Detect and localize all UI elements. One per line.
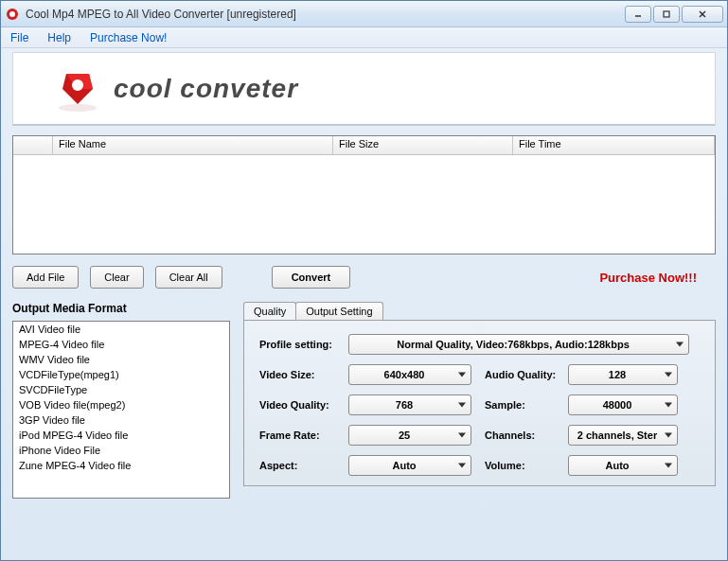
format-title: Output Media Format bbox=[12, 302, 230, 315]
format-item[interactable]: 3GP Video file bbox=[13, 412, 229, 428]
video-quality-combo[interactable]: 768 bbox=[348, 394, 471, 415]
quality-tab-body: Profile setting: Normal Quality, Video:7… bbox=[243, 320, 716, 486]
frame-rate-label: Frame Rate: bbox=[259, 430, 348, 441]
minimize-button[interactable] bbox=[625, 6, 651, 23]
clear-all-button[interactable]: Clear All bbox=[155, 266, 222, 289]
format-item[interactable]: MPEG-4 Video file bbox=[13, 337, 229, 352]
tabs: Quality Output Setting bbox=[243, 302, 716, 320]
col-filename[interactable]: File Name bbox=[53, 136, 333, 154]
video-size-row: Video Size: 640x480 Audio Quality: 128 bbox=[259, 364, 700, 385]
svg-point-7 bbox=[72, 79, 83, 91]
audio-quality-combo[interactable]: 128 bbox=[568, 364, 678, 385]
channels-label: Channels: bbox=[485, 430, 568, 441]
format-item[interactable]: AVI Video file bbox=[13, 322, 229, 337]
logo-area: cool conveter bbox=[12, 52, 716, 126]
profile-combo[interactable]: Normal Quality, Video:768kbps, Audio:128… bbox=[348, 334, 689, 355]
video-quality-label: Video Quality: bbox=[259, 399, 348, 411]
maximize-button[interactable] bbox=[653, 6, 680, 23]
col-filetime[interactable]: File Time bbox=[513, 136, 715, 154]
video-size-label: Video Size: bbox=[259, 369, 348, 380]
svg-point-1 bbox=[9, 11, 15, 17]
svg-point-6 bbox=[59, 104, 97, 112]
clear-button[interactable]: Clear bbox=[90, 266, 143, 289]
channels-combo[interactable]: 2 channels, Ster bbox=[568, 425, 678, 446]
convert-button[interactable]: Convert bbox=[272, 266, 351, 289]
col-filesize[interactable]: File Size bbox=[333, 136, 513, 154]
video-quality-row: Video Quality: 768 Sample: 48000 bbox=[259, 394, 700, 415]
window-title: Cool Mp4 MPEG to All Video Converter [un… bbox=[26, 8, 625, 21]
close-button[interactable] bbox=[682, 6, 723, 23]
logo-text: cool conveter bbox=[114, 74, 298, 104]
format-list[interactable]: AVI Video file MPEG-4 Video file WMV Vid… bbox=[12, 321, 230, 499]
sample-label: Sample: bbox=[485, 399, 568, 411]
profile-row: Profile setting: Normal Quality, Video:7… bbox=[259, 334, 700, 355]
menu-file[interactable]: File bbox=[7, 29, 32, 46]
action-row: Add File Clear Clear All Convert Purchas… bbox=[12, 266, 716, 289]
svg-rect-3 bbox=[664, 11, 669, 17]
frame-rate-row: Frame Rate: 25 Channels: 2 channels, Ste… bbox=[259, 425, 700, 446]
file-table-header: File Name File Size File Time bbox=[13, 136, 715, 155]
aspect-combo[interactable]: Auto bbox=[348, 455, 471, 476]
content-area: cool conveter File Name File Size File T… bbox=[1, 48, 727, 560]
format-item[interactable]: SVCDFileType bbox=[13, 382, 229, 397]
format-item[interactable]: VOB Video file(mpeg2) bbox=[13, 397, 229, 412]
logo-icon bbox=[53, 64, 102, 114]
format-item[interactable]: WMV Video file bbox=[13, 352, 229, 367]
purchase-link[interactable]: Purchase Now!!! bbox=[599, 271, 697, 285]
format-item[interactable]: Zune MPEG-4 Video file bbox=[13, 458, 229, 473]
volume-combo[interactable]: Auto bbox=[568, 455, 678, 476]
audio-quality-label: Audio Quality: bbox=[485, 369, 568, 380]
frame-rate-combo[interactable]: 25 bbox=[348, 425, 471, 446]
volume-label: Volume: bbox=[485, 460, 568, 471]
app-window: Cool Mp4 MPEG to All Video Converter [un… bbox=[0, 0, 728, 561]
video-size-combo[interactable]: 640x480 bbox=[348, 364, 471, 385]
menu-purchase[interactable]: Purchase Now! bbox=[86, 29, 170, 46]
menubar: File Help Purchase Now! bbox=[1, 27, 727, 48]
file-table: File Name File Size File Time bbox=[12, 135, 716, 254]
sample-combo[interactable]: 48000 bbox=[568, 394, 678, 415]
lower-panels: Output Media Format AVI Video file MPEG-… bbox=[12, 302, 716, 549]
tab-quality[interactable]: Quality bbox=[243, 302, 296, 320]
format-panel: Output Media Format AVI Video file MPEG-… bbox=[12, 302, 230, 549]
format-item[interactable]: iPod MPEG-4 Video file bbox=[13, 428, 229, 443]
profile-label: Profile setting: bbox=[259, 339, 348, 350]
app-icon bbox=[5, 7, 20, 22]
add-file-button[interactable]: Add File bbox=[12, 266, 79, 289]
file-table-body[interactable] bbox=[13, 155, 715, 254]
menu-help[interactable]: Help bbox=[44, 29, 75, 46]
aspect-row: Aspect: Auto Volume: Auto bbox=[259, 455, 700, 476]
format-item[interactable]: VCDFileType(mpeg1) bbox=[13, 367, 229, 382]
settings-panel: Quality Output Setting Profile setting: … bbox=[243, 302, 716, 549]
aspect-label: Aspect: bbox=[259, 460, 348, 471]
tab-output-setting[interactable]: Output Setting bbox=[295, 302, 382, 320]
titlebar[interactable]: Cool Mp4 MPEG to All Video Converter [un… bbox=[1, 1, 727, 27]
window-controls bbox=[625, 6, 723, 23]
format-item[interactable]: iPhone Video File bbox=[13, 443, 229, 458]
col-checkbox[interactable] bbox=[13, 136, 53, 154]
